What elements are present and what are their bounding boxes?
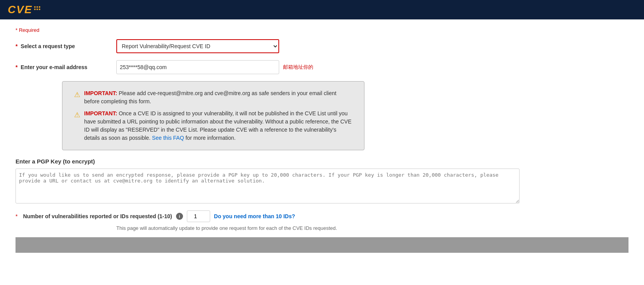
- email-control: 邮箱地址你的: [116, 60, 313, 74]
- email-label: * Enter your e-mail address: [16, 64, 116, 70]
- main-content: Required * Select a request type Report …: [0, 19, 644, 285]
- email-row: * Enter your e-mail address 邮箱地址你的: [16, 60, 628, 74]
- vuln-count-row: * Number of vulnerabilities reported or …: [16, 210, 628, 222]
- required-star-1: *: [16, 43, 17, 49]
- info-text-1: IMPORTANT: Please add cve-request@mitre.…: [84, 89, 352, 106]
- email-input[interactable]: [116, 60, 279, 74]
- info-line-2: ⚠ IMPORTANT: Once a CVE ID is assigned t…: [74, 109, 352, 142]
- required-note: Required: [16, 27, 628, 33]
- pgp-textarea[interactable]: [16, 169, 520, 203]
- request-type-control: Report Vulnerability/Request CVE ID Othe…: [116, 39, 279, 53]
- required-star-3: *: [16, 213, 17, 219]
- warning-icon-1: ⚠: [74, 90, 80, 100]
- info-box: ⚠ IMPORTANT: Please add cve-request@mitr…: [62, 81, 364, 150]
- faq-link[interactable]: See this FAQ: [152, 135, 184, 141]
- warning-icon-2: ⚠: [74, 110, 80, 120]
- pgp-label: Enter a PGP Key (to encrypt): [16, 158, 628, 165]
- logo-dots: [34, 6, 40, 10]
- info-text-2: IMPORTANT: Once a CVE ID is assigned to …: [84, 109, 352, 142]
- vuln-count-label: Number of vulnerabilities reported or ID…: [23, 213, 172, 219]
- bottom-bar: [16, 237, 628, 253]
- request-type-select[interactable]: Report Vulnerability/Request CVE ID Othe…: [116, 39, 279, 53]
- request-type-row: * Select a request type Report Vulnerabi…: [16, 39, 628, 53]
- pgp-section: Enter a PGP Key (to encrypt): [16, 158, 628, 203]
- more-ids-link[interactable]: Do you need more than 10 IDs?: [214, 213, 295, 219]
- cve-logo-text: CVE: [8, 3, 33, 16]
- required-star-2: *: [16, 64, 17, 70]
- info-line-1: ⚠ IMPORTANT: Please add cve-request@mitr…: [74, 89, 352, 106]
- auto-update-note: This page will automatically update to p…: [116, 225, 628, 231]
- email-hint: 邮箱地址你的: [283, 64, 313, 71]
- cve-logo: CVE: [8, 3, 40, 16]
- info-icon[interactable]: i: [176, 213, 183, 220]
- vuln-count-input[interactable]: [187, 210, 210, 222]
- request-type-label: * Select a request type: [16, 43, 116, 49]
- page-header: CVE: [0, 0, 644, 19]
